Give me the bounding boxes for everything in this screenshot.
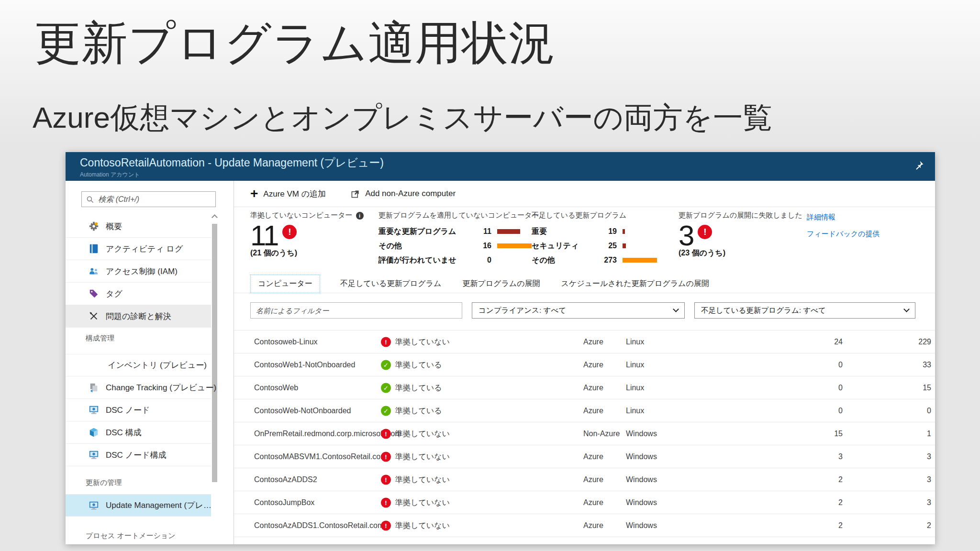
feedback-link[interactable]: フィードバックの提供	[807, 230, 880, 239]
table-row[interactable]: ContosoAzADDS2 準拠していない Azure Windows 2 3	[234, 468, 935, 491]
blade-content: + Azure VM の追加 Add non-Azure computer 準拠…	[234, 181, 935, 544]
compliance-label: 準拠していない	[395, 474, 450, 485]
table-row[interactable]: OnPremRetail.redmond.corp.microsoft.com …	[234, 422, 935, 445]
sidebar-item-change-tracking[interactable]: Change Tracking (プレビュー)	[66, 376, 211, 399]
stat-of-total: (21 個のうち)	[250, 248, 364, 258]
add-azure-vm-button[interactable]: + Azure VM の追加	[250, 188, 326, 199]
computer-name: ContosoJumpBox	[254, 498, 314, 507]
tab-missing-updates[interactable]: 不足している更新プログラム	[339, 275, 442, 293]
add-external-icon	[351, 189, 360, 198]
sidebar-section-config: 構成管理	[86, 334, 114, 343]
compliance-label: 準拠している	[395, 406, 442, 416]
computer-name: ContosoWeb1-NotOnboarded	[254, 361, 355, 369]
sidebar-item-label: DSC ノード	[106, 405, 150, 416]
scroll-up-icon[interactable]	[212, 214, 218, 220]
bar	[623, 229, 625, 234]
sidebar-item-label: インベントリ (プレビュー)	[108, 360, 207, 371]
compliance-label: 準拠していない	[395, 497, 450, 507]
table-row[interactable]: ContosoWeb1-NotOnboarded 準拠している Azure Li…	[234, 353, 935, 376]
info-icon[interactable]: i	[356, 212, 364, 220]
stat-row: 重要 19	[532, 224, 675, 239]
sidebar-item-dsc-config[interactable]: DSC 構成	[66, 421, 211, 444]
table-row[interactable]: Contosoweb-Linux 準拠していない Azure Linux 24 …	[234, 331, 935, 353]
tab-deployments[interactable]: 更新プログラムの展開	[461, 275, 541, 293]
name-filter-input[interactable]	[250, 302, 462, 319]
table-row[interactable]: ContosoAzADDS1.ContosoRetail.com 準拠していない…	[234, 514, 935, 537]
computer-type: Azure	[583, 407, 603, 415]
page-title: 更新プログラム適用状況	[34, 12, 556, 75]
sidebar-item-label: 問題の診断と解決	[106, 311, 171, 322]
compliance-label: 準拠していない	[395, 337, 450, 347]
compliance-dropdown-value: コンプライアンス: すべて	[479, 306, 566, 316]
compliance-label: 準拠していない	[395, 520, 450, 530]
cube-icon	[89, 427, 99, 438]
critical-missing-count: 3	[838, 452, 843, 461]
sidebar-item-access-control[interactable]: アクセス制御 (IAM)	[66, 260, 211, 283]
change-tracking-icon	[89, 382, 99, 393]
computer-os: Windows	[626, 498, 657, 507]
stat-missing-updates: 不足している更新プログラム 重要 19 セキュリティ 25	[532, 211, 675, 267]
table-row[interactable]: ContosoJumpBox 準拠していない Azure Windows 2 3	[234, 491, 935, 514]
critical-missing-count: 0	[838, 361, 843, 369]
critical-missing-count: 24	[834, 338, 843, 346]
computer-type: Azure	[583, 475, 603, 484]
table-row[interactable]: ContosoWeb-NotOnboarded 準拠している Azure Lin…	[234, 399, 935, 422]
sidebar-item-update-management[interactable]: Update Management (プレ…	[66, 494, 211, 517]
scrollbar-thumb[interactable]	[212, 224, 217, 482]
computers-table: Contosoweb-Linux 準拠していない Azure Linux 24 …	[234, 330, 935, 544]
compliance-icon	[381, 474, 391, 485]
slide: 更新プログラム適用状況 Azure仮想マシンとオンプレミスサーバーの両方を一覧 …	[0, 0, 980, 551]
error-badge-icon: !	[698, 225, 712, 239]
bar	[497, 243, 532, 248]
portal-window: ContosoRetailAutomation - Update Managem…	[66, 152, 935, 544]
sidebar-item-label: DSC ノード構成	[106, 450, 166, 461]
stat-label: 準拠していないコンピューター	[250, 211, 353, 220]
stat-not-updated: 更新プログラムを適用していないコンピューター 重要な更新プログラム 11 その他…	[379, 211, 536, 267]
sidebar-item-diagnose[interactable]: 問題の診断と解決	[66, 305, 211, 328]
tab-scheduled-deployments[interactable]: スケジュールされた更新プログラムの展開	[560, 275, 710, 293]
page-subtitle: Azure仮想マシンとオンプレミスサーバーの両方を一覧	[33, 98, 772, 138]
tab-bar: コンピューター 不足している更新プログラム 更新プログラムの展開 スケジュールさ…	[234, 275, 935, 293]
stat-row: セキュリティ 25	[532, 239, 675, 253]
learn-more-link[interactable]: 詳細情報	[807, 213, 880, 222]
table-row[interactable]: ContosoWeb 準拠している Azure Linux 0 15	[234, 376, 935, 399]
stat-value: 11	[250, 221, 278, 250]
compliance-dropdown[interactable]: コンプライアンス: すべて	[472, 302, 685, 319]
sidebar-item-dsc-nodes[interactable]: DSC ノード	[66, 399, 211, 421]
total-missing-count: 15	[923, 384, 931, 392]
sidebar-item-overview[interactable]: 概要	[66, 215, 211, 238]
add-non-azure-button[interactable]: Add non-Azure computer	[351, 189, 456, 198]
sidebar-item-dsc-node-config[interactable]: DSC ノード構成	[66, 444, 211, 466]
sidebar-scrollbar[interactable]	[211, 215, 218, 541]
sidebar-item-tags[interactable]: タグ	[66, 283, 211, 305]
add-non-azure-label: Add non-Azure computer	[365, 189, 456, 198]
compliance-icon	[381, 429, 391, 439]
toolbar: + Azure VM の追加 Add non-Azure computer	[234, 181, 935, 207]
activity-log-icon	[89, 243, 99, 254]
table-row[interactable]: ContosoMABSVM1.ContosoRetail.com 準拠していない…	[234, 445, 935, 468]
computer-name: ContosoWeb	[254, 384, 298, 392]
computer-type: Azure	[583, 338, 603, 346]
critical-missing-count: 0	[838, 407, 843, 415]
missing-updates-dropdown[interactable]: 不足している更新プログラム: すべて	[694, 302, 915, 319]
sidebar-item-label: Update Management (プレ…	[106, 500, 212, 511]
stat-row: 重要な更新プログラム 11	[379, 224, 536, 239]
pin-icon[interactable]	[913, 160, 924, 171]
bar	[623, 243, 626, 248]
blade-title: ContosoRetailAutomation - Update Managem…	[80, 155, 935, 170]
tab-computers[interactable]: コンピューター	[250, 275, 320, 293]
plus-icon: +	[250, 188, 258, 199]
stat-label: 更新プログラムを適用していないコンピューター	[379, 211, 539, 220]
computer-name: ContosoAzADDS1.ContosoRetail.com	[254, 521, 384, 530]
total-missing-count: 3	[927, 475, 931, 484]
computer-name: ContosoAzADDS2	[254, 475, 317, 484]
search-input[interactable]	[98, 195, 211, 204]
stat-row: その他 16	[379, 239, 536, 253]
computer-os: Linux	[626, 384, 644, 392]
blade-titlebar: ContosoRetailAutomation - Update Managem…	[66, 152, 935, 181]
bar	[497, 229, 520, 234]
stat-row: 評価が行われていませ 0	[379, 253, 536, 267]
sidebar-item-inventory[interactable]: インベントリ (プレビュー)	[66, 354, 211, 376]
search-icon	[86, 195, 94, 204]
sidebar-item-activity-log[interactable]: アクティビティ ログ	[66, 238, 211, 260]
